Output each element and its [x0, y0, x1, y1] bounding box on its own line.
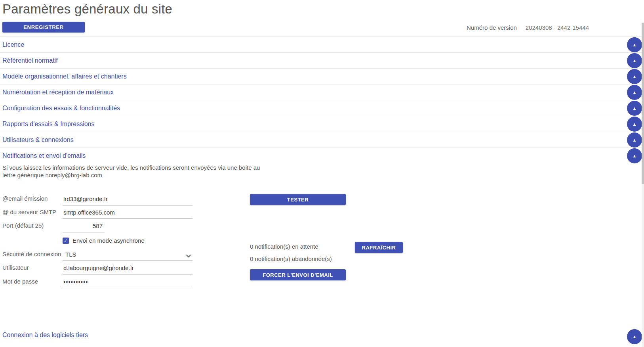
- test-button[interactable]: TESTER: [250, 194, 346, 205]
- collapse-toggle-button[interactable]: ▲: [627, 148, 642, 163]
- chevron-down-icon: [186, 254, 191, 258]
- accordion-section-licence[interactable]: Licence ▲: [0, 36, 644, 52]
- accordion-section-configuration-essais[interactable]: Configuration des essais & fonctionnalit…: [0, 100, 644, 116]
- page-title: Paramètres généraux du site: [2, 0, 172, 18]
- version-label: Numéro de version: [467, 24, 517, 31]
- abandoned-notifications-status: 0 notification(s) abandonnée(s): [250, 255, 332, 262]
- collapse-toggle-button[interactable]: ▲: [627, 117, 642, 132]
- email-emission-label: @email émission: [2, 195, 48, 202]
- section-title-licence: Licence: [2, 41, 24, 48]
- collapse-toggle-button[interactable]: ▲: [627, 69, 642, 84]
- collapse-toggle-button[interactable]: ▲: [627, 53, 642, 68]
- accordion-section-utilisateurs-connexions[interactable]: Utilisateurs & connexions ▲: [0, 132, 644, 148]
- smtp-help-line-2: lettre générique noreply@brg-lab.com: [2, 171, 260, 179]
- version-value: 20240308 - 2442-15444: [526, 24, 589, 31]
- smtp-help-text: Si vous laissez les informations de serv…: [2, 164, 260, 179]
- pending-notifications-status: 0 notification(s) en attente: [250, 243, 318, 250]
- smtp-user-row: Utilisateur: [2, 261, 212, 274]
- collapse-toggle-button[interactable]: ▲: [627, 85, 642, 100]
- accordion: Licence ▲ Référentiel normatif ▲ Modèle …: [0, 36, 644, 344]
- section-title-configuration-essais: Configuration des essais & fonctionnalit…: [2, 105, 120, 112]
- section-title-utilisateurs-connexions: Utilisateurs & connexions: [2, 136, 74, 144]
- triangle-up-icon: ▲: [633, 75, 637, 79]
- triangle-up-icon: ▲: [633, 59, 637, 63]
- collapse-toggle-button[interactable]: ▲: [627, 132, 642, 148]
- port-label: Port (défaut 25): [2, 222, 44, 229]
- save-button[interactable]: ENREGISTRER: [2, 22, 85, 33]
- async-mode-checkbox[interactable]: ✓: [63, 238, 69, 244]
- smtp-server-row: @ du serveur SMTP: [2, 205, 212, 219]
- triangle-up-icon: ▲: [633, 106, 637, 111]
- accordion-section-modele-organisationnel[interactable]: Modèle organisationnel, affaires et chan…: [0, 68, 644, 84]
- accordion-section-numerotation-materiaux[interactable]: Numérotation et réception de matériaux ▲: [0, 84, 644, 100]
- force-send-email-button[interactable]: FORCER L'ENVOI D'EMAIL: [250, 269, 346, 280]
- vertical-scrollbar[interactable]: [642, 22, 644, 347]
- connection-security-select[interactable]: TLS: [63, 251, 192, 261]
- smtp-password-label: Mot de passe: [2, 278, 38, 285]
- smtp-user-label: Utilisateur: [2, 264, 29, 271]
- smtp-password-row: Mot de passe: [2, 275, 212, 288]
- accordion-section-rapports-essais[interactable]: Rapports d'essais & Impressions ▲: [0, 116, 644, 132]
- email-emission-field[interactable]: [63, 196, 192, 205]
- connection-security-label: Sécurité de connexion: [2, 251, 61, 257]
- version-info: Numéro de version 20240308 - 2442-15444: [467, 24, 589, 31]
- triangle-up-icon: ▲: [633, 90, 637, 95]
- section-title-numerotation-materiaux: Numérotation et réception de matériaux: [2, 89, 114, 96]
- section-title-rapports-essais: Rapports d'essais & Impressions: [2, 121, 94, 128]
- port-field[interactable]: [63, 222, 105, 232]
- triangle-up-icon: ▲: [633, 335, 637, 339]
- section-title-modele-organisationnel: Modèle organisationnel, affaires et chan…: [2, 73, 127, 80]
- collapse-toggle-button[interactable]: ▲: [627, 37, 642, 52]
- smtp-password-field[interactable]: [63, 278, 192, 288]
- async-mode-label: Envoi en mode asynchrone: [72, 237, 145, 244]
- connection-security-value: TLS: [65, 251, 76, 258]
- scrollbar-thumb[interactable]: [642, 23, 644, 184]
- section-title-logiciels-tiers: Connexion à des logiciels tiers: [2, 332, 88, 339]
- collapse-toggle-button[interactable]: ▲: [627, 329, 642, 344]
- port-row: Port (défaut 25): [2, 219, 212, 232]
- accordion-section-notifications-emails[interactable]: Notifications et envoi d'emails ▲: [0, 148, 644, 163]
- settings-page: Paramètres généraux du site ENREGISTRER …: [0, 0, 644, 347]
- notifications-section-content: Si vous laissez les informations de serv…: [0, 163, 644, 327]
- triangle-up-icon: ▲: [633, 138, 637, 142]
- async-mode-row[interactable]: ✓ Envoi en mode asynchrone: [63, 237, 145, 244]
- smtp-server-field[interactable]: [63, 209, 192, 219]
- smtp-user-field[interactable]: [63, 265, 192, 274]
- collapse-toggle-button[interactable]: ▲: [627, 101, 642, 116]
- triangle-up-icon: ▲: [633, 43, 637, 47]
- email-emission-row: @email émission: [2, 192, 212, 205]
- section-title-referentiel-normatif: Référentiel normatif: [2, 57, 58, 64]
- smtp-server-label: @ du serveur SMTP: [2, 209, 56, 215]
- accordion-section-logiciels-tiers[interactable]: Connexion à des logiciels tiers ▲: [0, 327, 644, 344]
- refresh-button[interactable]: RAFRAÎCHIR: [355, 242, 403, 253]
- smtp-help-line-1: Si vous laissez les informations de serv…: [2, 164, 260, 171]
- section-title-notifications-emails: Notifications et envoi d'emails: [2, 152, 86, 159]
- accordion-section-referentiel-normatif[interactable]: Référentiel normatif ▲: [0, 52, 644, 68]
- connection-security-row: Sécurité de connexion TLS: [2, 247, 212, 261]
- triangle-up-icon: ▲: [633, 154, 637, 158]
- triangle-up-icon: ▲: [633, 122, 637, 127]
